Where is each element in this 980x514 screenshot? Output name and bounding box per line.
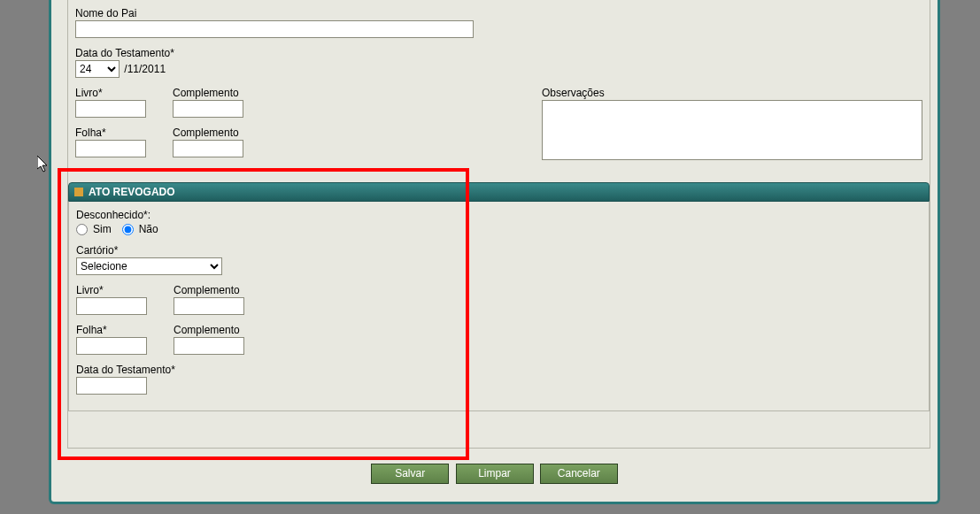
field-cartorio: Cartório* Selecione — [76, 244, 922, 275]
observacoes-textarea[interactable] — [542, 100, 922, 160]
radio-nao[interactable] — [122, 224, 134, 235]
rev-data-input[interactable] — [76, 377, 147, 395]
ato-revogado-body: Desconhecido*: Sim Não Cartório* Selecio… — [68, 202, 930, 411]
label-observacoes: Observações — [542, 87, 922, 99]
ato-revogado-section: ATO REVOGADO Desconhecido*: Sim Não Cart… — [68, 182, 930, 411]
data-rest-text: /11/2011 — [124, 63, 166, 75]
left-col: Livro* Complemento Folha* Complemento — [75, 87, 243, 166]
rev-livro-input[interactable] — [76, 297, 147, 315]
label-nome-pai: Nome do Pai — [75, 7, 922, 19]
field-data-testamento: Data do Testamento* 24 /11/2011 — [75, 47, 922, 78]
rev-complemento-input[interactable] — [174, 297, 244, 315]
label-data-testamento: Data do Testamento* — [75, 47, 922, 59]
label-cartorio: Cartório* — [76, 244, 922, 257]
data-day-select[interactable]: 24 — [75, 60, 120, 78]
field-observacoes: Observações — [542, 87, 922, 166]
label-folha: Folha* — [75, 127, 146, 139]
folha-input[interactable] — [75, 140, 146, 157]
label-rev-complemento: Complemento — [174, 284, 244, 296]
nome-pai-input[interactable] — [75, 20, 474, 38]
complemento2-input[interactable] — [173, 140, 243, 157]
form-inner: Nome do Pai Data do Testamento* 24 /11/2… — [67, 0, 930, 449]
label-complemento2: Complemento — [173, 127, 243, 139]
rev-complemento2-input[interactable] — [174, 337, 244, 355]
header-title: ATO REVOGADO — [89, 186, 175, 198]
field-rev-complemento: Complemento — [174, 284, 244, 315]
label-livro: Livro* — [75, 87, 146, 99]
button-row: Salvar Limpar Cancelar — [51, 464, 938, 484]
label-desconhecido: Desconhecido*: — [76, 209, 922, 221]
radio-sim-label: Sim — [93, 223, 112, 235]
radio-nao-label: Não — [139, 223, 158, 235]
radio-sim[interactable] — [76, 224, 88, 235]
field-rev-livro: Livro* — [76, 284, 147, 315]
field-complemento2: Complemento — [173, 127, 243, 157]
complemento-input[interactable] — [173, 100, 243, 118]
label-rev-folha: Folha* — [76, 324, 147, 336]
field-desconhecido: Desconhecido*: Sim Não — [76, 209, 922, 235]
field-rev-folha: Folha* — [76, 324, 147, 355]
rev-folha-input[interactable] — [76, 337, 147, 355]
label-rev-livro: Livro* — [76, 284, 147, 296]
field-rev-complemento2: Complemento — [174, 324, 244, 355]
label-complemento: Complemento — [173, 87, 243, 99]
field-complemento: Complemento — [173, 87, 243, 118]
limpar-button[interactable]: Limpar — [456, 464, 534, 484]
cancelar-button[interactable]: Cancelar — [540, 464, 618, 484]
field-livro: Livro* — [75, 87, 146, 118]
cartorio-select[interactable]: Selecione — [76, 257, 222, 275]
salvar-button[interactable]: Salvar — [371, 464, 449, 484]
form-panel: Nome do Pai Data do Testamento* 24 /11/2… — [49, 0, 940, 504]
field-nome-pai: Nome do Pai — [75, 7, 922, 38]
label-rev-data: Data do Testamento* — [76, 364, 922, 376]
livro-input[interactable] — [75, 100, 146, 118]
field-rev-data: Data do Testamento* — [76, 364, 922, 395]
ato-revogado-header: ATO REVOGADO — [68, 182, 930, 202]
label-rev-complemento2: Complemento — [174, 324, 244, 336]
header-square-icon — [74, 188, 83, 196]
field-folha: Folha* — [75, 127, 146, 157]
